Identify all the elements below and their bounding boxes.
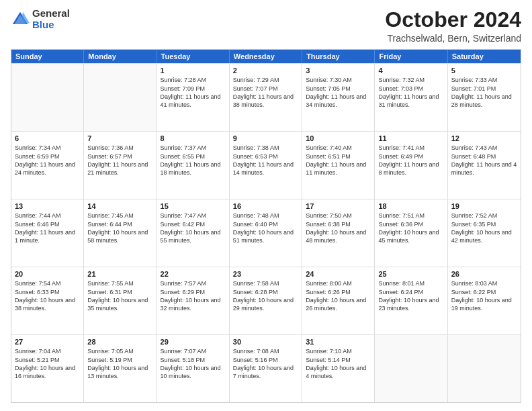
cell-info: Sunrise: 7:33 AM Sunset: 7:01 PM Dayligh… [451,76,517,109]
cell-info: Sunrise: 7:34 AM Sunset: 6:59 PM Dayligh… [15,144,80,177]
cell-info: Sunrise: 7:07 AM Sunset: 5:18 PM Dayligh… [161,347,226,380]
cal-cell: 9Sunrise: 7:38 AM Sunset: 6:53 PM Daylig… [230,132,302,199]
cell-info: Sunrise: 7:38 AM Sunset: 6:53 PM Dayligh… [233,144,298,177]
cell-info: Sunrise: 7:30 AM Sunset: 7:05 PM Dayligh… [306,76,371,109]
day-number: 21 [87,269,152,279]
cal-cell [11,64,84,131]
day-number: 25 [378,269,443,279]
cell-info: Sunrise: 7:45 AM Sunset: 6:44 PM Dayligh… [87,212,152,244]
cal-cell: 5Sunrise: 7:33 AM Sunset: 7:01 PM Daylig… [448,64,521,131]
page: General Blue October 2024 Trachselwald, … [0,0,532,411]
day-number: 22 [161,269,226,279]
day-number: 14 [87,201,152,211]
cal-week-2: 6Sunrise: 7:34 AM Sunset: 6:59 PM Daylig… [11,131,521,199]
day-number: 5 [451,66,517,75]
day-number: 24 [306,269,371,279]
cal-cell: 16Sunrise: 7:48 AM Sunset: 6:40 PM Dayli… [230,199,302,267]
cal-cell: 22Sunrise: 7:57 AM Sunset: 6:29 PM Dayli… [157,267,230,334]
day-number: 2 [233,66,298,75]
main-title: October 2024 [385,8,521,32]
cell-info: Sunrise: 7:43 AM Sunset: 6:48 PM Dayligh… [451,144,517,177]
cell-info: Sunrise: 7:57 AM Sunset: 6:29 PM Dayligh… [161,279,226,312]
calendar-body: 1Sunrise: 7:28 AM Sunset: 7:09 PM Daylig… [11,63,521,402]
cal-cell: 1Sunrise: 7:28 AM Sunset: 7:09 PM Daylig… [157,64,230,131]
cell-info: Sunrise: 7:50 AM Sunset: 6:38 PM Dayligh… [306,212,371,244]
cal-cell [84,64,157,131]
cell-info: Sunrise: 7:41 AM Sunset: 6:49 PM Dayligh… [378,144,443,177]
cal-header-wednesday: Wednesday [230,50,302,63]
cell-info: Sunrise: 7:37 AM Sunset: 6:55 PM Dayligh… [161,144,226,177]
cell-info: Sunrise: 7:29 AM Sunset: 7:07 PM Dayligh… [233,76,298,109]
cal-cell: 14Sunrise: 7:45 AM Sunset: 6:44 PM Dayli… [84,199,157,267]
logo: General Blue [11,8,70,30]
calendar: SundayMondayTuesdayWednesdayThursdayFrid… [11,49,521,403]
calendar-header-row: SundayMondayTuesdayWednesdayThursdayFrid… [11,50,521,63]
cell-info: Sunrise: 7:54 AM Sunset: 6:33 PM Dayligh… [15,279,80,312]
day-number: 13 [15,201,80,211]
day-number: 26 [451,269,517,279]
cal-cell: 18Sunrise: 7:51 AM Sunset: 6:36 PM Dayli… [375,199,447,267]
title-block: October 2024 Trachselwald, Bern, Switzer… [385,8,521,44]
cal-cell: 17Sunrise: 7:50 AM Sunset: 6:38 PM Dayli… [302,199,375,267]
cal-cell: 20Sunrise: 7:54 AM Sunset: 6:33 PM Dayli… [11,267,84,334]
day-number: 7 [87,134,152,143]
cell-info: Sunrise: 7:10 AM Sunset: 5:14 PM Dayligh… [306,347,371,380]
cell-info: Sunrise: 8:00 AM Sunset: 6:26 PM Dayligh… [306,279,371,312]
cal-cell: 4Sunrise: 7:32 AM Sunset: 7:03 PM Daylig… [375,64,447,131]
cal-header-thursday: Thursday [302,50,375,63]
day-number: 23 [233,269,298,279]
cell-info: Sunrise: 7:40 AM Sunset: 6:51 PM Dayligh… [306,144,371,177]
subtitle: Trachselwald, Bern, Switzerland [385,33,521,44]
cell-info: Sunrise: 8:01 AM Sunset: 6:24 PM Dayligh… [378,279,443,312]
cell-info: Sunrise: 7:51 AM Sunset: 6:36 PM Dayligh… [378,212,443,244]
day-number: 15 [161,201,226,211]
cal-header-friday: Friday [375,50,447,63]
cal-header-saturday: Saturday [448,50,521,63]
day-number: 17 [306,201,371,211]
cell-info: Sunrise: 7:36 AM Sunset: 6:57 PM Dayligh… [87,144,152,177]
cal-cell: 12Sunrise: 7:43 AM Sunset: 6:48 PM Dayli… [448,132,521,199]
cal-cell: 30Sunrise: 7:08 AM Sunset: 5:16 PM Dayli… [230,335,302,402]
day-number: 29 [161,337,226,347]
day-number: 6 [15,134,80,143]
day-number: 28 [87,337,152,347]
day-number: 19 [451,201,517,211]
cell-info: Sunrise: 7:55 AM Sunset: 6:31 PM Dayligh… [87,279,152,312]
day-number: 31 [306,337,371,347]
cal-cell: 10Sunrise: 7:40 AM Sunset: 6:51 PM Dayli… [302,132,375,199]
cal-cell: 31Sunrise: 7:10 AM Sunset: 5:14 PM Dayli… [302,335,375,402]
cal-week-4: 20Sunrise: 7:54 AM Sunset: 6:33 PM Dayli… [11,267,521,334]
cal-week-3: 13Sunrise: 7:44 AM Sunset: 6:46 PM Dayli… [11,199,521,267]
cal-header-tuesday: Tuesday [157,50,230,63]
cal-cell: 13Sunrise: 7:44 AM Sunset: 6:46 PM Dayli… [11,199,84,267]
cal-header-sunday: Sunday [11,50,84,63]
day-number: 11 [378,134,443,143]
cal-cell: 27Sunrise: 7:04 AM Sunset: 5:21 PM Dayli… [11,335,84,402]
day-number: 1 [161,66,226,75]
cal-cell: 21Sunrise: 7:55 AM Sunset: 6:31 PM Dayli… [84,267,157,334]
cal-cell: 25Sunrise: 8:01 AM Sunset: 6:24 PM Dayli… [375,267,447,334]
day-number: 16 [233,201,298,211]
cal-cell: 6Sunrise: 7:34 AM Sunset: 6:59 PM Daylig… [11,132,84,199]
cal-cell: 2Sunrise: 7:29 AM Sunset: 7:07 PM Daylig… [230,64,302,131]
day-number: 8 [161,134,226,143]
cal-week-5: 27Sunrise: 7:04 AM Sunset: 5:21 PM Dayli… [11,334,521,402]
header: General Blue October 2024 Trachselwald, … [11,8,521,44]
cal-cell [375,335,447,402]
cal-header-monday: Monday [84,50,157,63]
cell-info: Sunrise: 7:08 AM Sunset: 5:16 PM Dayligh… [233,347,298,380]
cell-info: Sunrise: 7:32 AM Sunset: 7:03 PM Dayligh… [378,76,443,109]
cell-info: Sunrise: 7:05 AM Sunset: 5:19 PM Dayligh… [87,347,152,380]
logo-general-label: General [32,8,70,19]
day-number: 3 [306,66,371,75]
cal-cell: 8Sunrise: 7:37 AM Sunset: 6:55 PM Daylig… [157,132,230,199]
day-number: 27 [15,337,80,347]
cal-cell [448,335,521,402]
day-number: 10 [306,134,371,143]
cell-info: Sunrise: 7:48 AM Sunset: 6:40 PM Dayligh… [233,212,298,244]
cell-info: Sunrise: 7:04 AM Sunset: 5:21 PM Dayligh… [15,347,80,380]
day-number: 20 [15,269,80,279]
cell-info: Sunrise: 7:52 AM Sunset: 6:35 PM Dayligh… [451,212,517,244]
cal-cell: 11Sunrise: 7:41 AM Sunset: 6:49 PM Dayli… [375,132,447,199]
cell-info: Sunrise: 7:58 AM Sunset: 6:28 PM Dayligh… [233,279,298,312]
